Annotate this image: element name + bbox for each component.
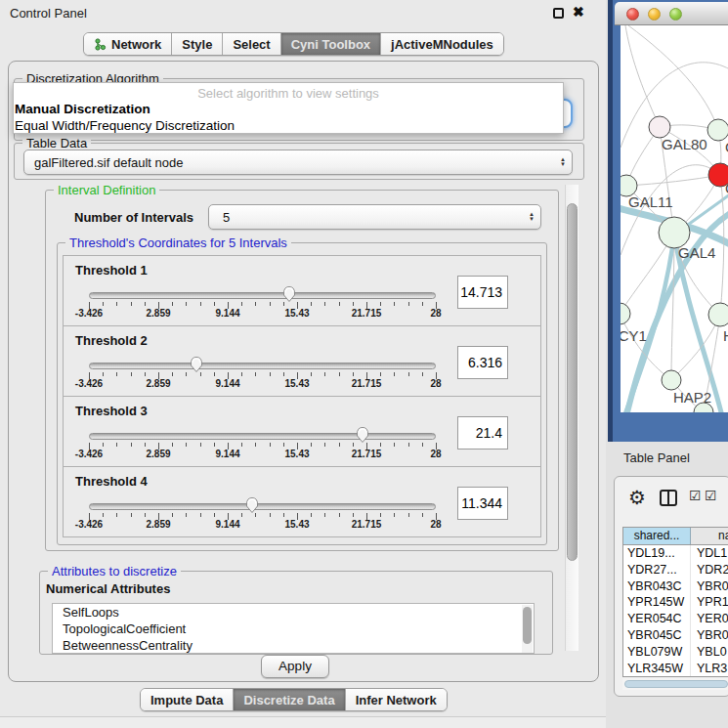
apply-button[interactable]: Apply — [261, 655, 329, 678]
network-edge[interactable] — [626, 175, 720, 186]
cell-shared-name: YBR043C — [623, 578, 691, 595]
table-row[interactable]: YBR043CYBR0 — [623, 578, 728, 595]
tab-impute-data[interactable]: Impute Data — [141, 689, 234, 710]
tick-mark — [145, 513, 146, 517]
tick-mark — [422, 513, 423, 517]
network-edge[interactable] — [720, 175, 724, 315]
tick-label: 21.715 — [352, 449, 382, 459]
table-row[interactable]: YDR27...YDR2 — [623, 562, 728, 578]
tick-mark — [324, 443, 325, 447]
table-row[interactable]: YDL19...YDL1 — [623, 545, 728, 562]
settings-vertical-scrollbar[interactable] — [565, 185, 578, 651]
table-row[interactable]: YLR345WYLR3 — [623, 661, 728, 677]
slider-thumb[interactable] — [355, 425, 370, 448]
slider-thumb[interactable] — [281, 284, 297, 307]
column-header-shared-name[interactable]: shared... — [623, 528, 691, 544]
scrollbar-thumb[interactable] — [523, 607, 532, 644]
table-row[interactable]: YPR145WYPR1 — [623, 594, 728, 611]
tick-label: 9.144 — [215, 308, 239, 319]
float-panel-icon[interactable] — [553, 8, 564, 19]
slider-track[interactable] — [89, 363, 436, 369]
cell-shared-name: YBL079W — [623, 644, 691, 661]
cell-name: YIL0 — [691, 676, 728, 677]
tick-mark — [339, 302, 340, 306]
list-item[interactable]: SelfLoops — [53, 604, 534, 621]
table-row[interactable]: YER054CYER0 — [623, 611, 728, 627]
network-edge[interactable] — [625, 25, 660, 127]
table-horizontal-scrollbar[interactable] — [622, 678, 728, 690]
tick-mark — [131, 372, 132, 376]
numerical-attributes-list[interactable]: SelfLoopsTopologicalCoefficientBetweenne… — [52, 603, 535, 654]
node-attribute-table[interactable]: shared... na YDL19...YDL1YDR27...YDR2YBR… — [622, 527, 728, 677]
tick-mark — [283, 372, 284, 376]
popup-item-manual-discretization[interactable]: Manual Discretization — [14, 101, 563, 117]
cell-shared-name: YIL052C — [623, 676, 691, 677]
list-item[interactable]: BetweennessCentrality — [53, 637, 534, 654]
network-node[interactable] — [707, 119, 728, 141]
popup-item-equal-width-frequency[interactable]: Equal Width/Frequency Discretization — [14, 117, 563, 134]
cell-name: YLR3 — [691, 661, 728, 677]
minimize-window-icon[interactable] — [648, 8, 661, 21]
threshold-value-field[interactable]: 6.316 — [457, 346, 508, 379]
scrollbar-thumb[interactable] — [624, 680, 728, 688]
algorithm-dropdown-popup: Select algorithm to view settings Manual… — [13, 82, 564, 134]
close-panel-icon[interactable]: ✖ — [573, 4, 584, 20]
scrollbar-thumb[interactable] — [567, 203, 578, 561]
network-window-titlebar[interactable] — [615, 2, 728, 25]
table-row[interactable]: YBL079WYBL0 — [623, 644, 728, 661]
tick-mark — [311, 513, 312, 517]
tick-label: 15.43 — [284, 449, 309, 459]
network-node[interactable] — [621, 303, 630, 324]
tick-mark — [145, 443, 146, 447]
network-node[interactable] — [662, 370, 681, 390]
number-of-intervals-combobox[interactable]: 5 ▲▼ — [208, 204, 541, 230]
tick-mark — [200, 443, 201, 447]
slider-track[interactable] — [89, 433, 436, 440]
tick-mark — [131, 302, 132, 306]
tab-discretize-data[interactable]: Discretize Data — [234, 689, 345, 710]
zoom-window-icon[interactable] — [669, 8, 682, 21]
threshold-value-field[interactable]: 21.4 — [457, 416, 508, 450]
tab-select[interactable]: Select — [223, 33, 280, 55]
cell-shared-name: YPR145W — [623, 594, 691, 611]
checkbox-icon[interactable]: ☑ — [689, 488, 702, 503]
slider-track[interactable] — [89, 503, 436, 510]
network-node[interactable] — [649, 116, 670, 138]
tab-jactivemnodules[interactable]: jActiveMNodules — [381, 33, 503, 55]
tab-network[interactable]: Network — [84, 33, 172, 55]
network-node[interactable] — [708, 303, 728, 326]
tab-infer-network[interactable]: Infer Network — [346, 689, 447, 710]
tick-mark — [422, 443, 423, 447]
network-canvas[interactable]: GAL80GCGAL11GAL4GCY1HHAP2 — [621, 25, 728, 412]
list-item[interactable]: TopologicalCoefficient — [53, 621, 534, 637]
tick-label: 28 — [430, 449, 441, 459]
threshold-value-field[interactable]: 11.344 — [457, 487, 508, 520]
list-vertical-scrollbar[interactable] — [522, 605, 533, 654]
tick-mark — [339, 372, 340, 376]
table-row[interactable]: YIL052CYIL0 — [623, 676, 728, 677]
table-header-row: shared... na — [623, 528, 728, 545]
tick-label: 28 — [430, 308, 441, 319]
network-view-window[interactable]: GAL80GCGAL11GAL4GCY1HHAP2 — [608, 0, 728, 442]
cell-name: YBR0 — [691, 627, 728, 644]
tick-mark — [116, 372, 117, 376]
slider-thumb[interactable] — [244, 495, 260, 518]
checkbox-icon[interactable]: ☑ — [705, 488, 717, 503]
tab-cyni-toolbox[interactable]: Cyni Toolbox — [281, 33, 381, 55]
tab-style[interactable]: Style — [172, 33, 223, 55]
threshold-value-field[interactable]: 14.713 — [457, 276, 508, 309]
threshold-panel: Threshold 4-3.4262.8599.14415.4321.71528… — [63, 466, 541, 537]
column-header-name[interactable]: na — [691, 528, 728, 544]
tick-mark — [394, 513, 395, 517]
threshold-label: Threshold 3 — [75, 404, 148, 418]
slider-thumb[interactable] — [189, 355, 204, 377]
network-edge[interactable] — [628, 25, 718, 130]
columns-icon[interactable] — [660, 490, 677, 506]
close-window-icon[interactable] — [626, 8, 639, 21]
table-data-combobox[interactable]: galFiltered.sif default node ▲▼ — [23, 150, 573, 175]
tick-label: -3.426 — [75, 449, 103, 459]
tick-mark — [103, 513, 104, 517]
slider-track[interactable] — [89, 292, 436, 299]
gear-icon[interactable]: ⚙ — [628, 486, 646, 509]
table-row[interactable]: YBR045CYBR0 — [623, 627, 728, 644]
